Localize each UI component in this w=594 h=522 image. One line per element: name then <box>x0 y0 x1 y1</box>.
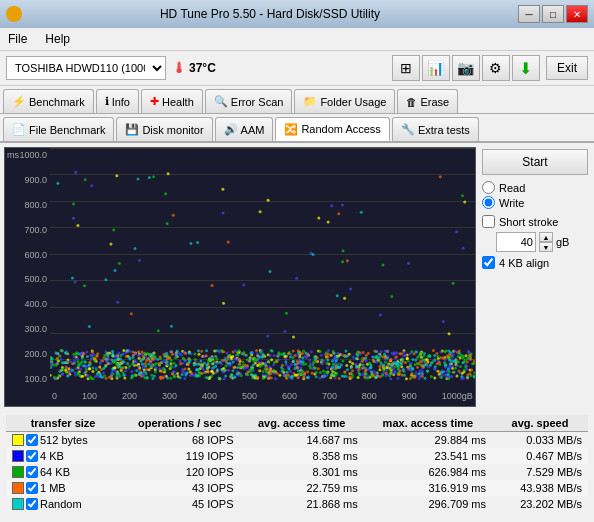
spin-up-button[interactable]: ▲ <box>539 232 553 242</box>
ylabel-200: 200.0 <box>24 349 47 359</box>
svg-point-1246 <box>88 325 91 328</box>
svg-point-1360 <box>449 362 452 365</box>
svg-point-1431 <box>411 358 414 361</box>
svg-point-1112 <box>104 377 107 380</box>
row-max-access-4: 296.709 ms <box>364 496 492 512</box>
svg-point-1315 <box>148 176 151 179</box>
svg-point-722 <box>154 370 157 373</box>
svg-point-1385 <box>344 350 347 353</box>
row-ops-3: 43 IOPS <box>120 480 239 496</box>
menu-file[interactable]: File <box>4 30 31 48</box>
svg-point-1424 <box>258 356 261 359</box>
svg-point-982 <box>128 365 131 368</box>
tab-erase[interactable]: 🗑 Erase <box>397 89 458 113</box>
svg-point-664 <box>117 351 120 354</box>
row-avg-access-4: 21.868 ms <box>240 496 364 512</box>
tab-info[interactable]: ℹ Info <box>96 89 139 113</box>
svg-point-254 <box>91 370 94 373</box>
gb-input[interactable] <box>496 232 536 252</box>
svg-point-1201 <box>133 247 136 250</box>
svg-point-1026 <box>294 354 297 357</box>
icon-btn-2[interactable]: 📊 <box>422 55 450 81</box>
row-checkbox-2[interactable] <box>26 466 38 478</box>
tab-aam[interactable]: 🔊 AAM <box>215 117 274 141</box>
disk-selector[interactable]: TOSHIBA HDWD110 (1000 gB) <box>6 56 166 80</box>
svg-point-992 <box>95 368 98 371</box>
maximize-button[interactable]: □ <box>542 5 564 23</box>
icon-btn-5[interactable]: ⬇ <box>512 55 540 81</box>
svg-point-987 <box>84 178 87 181</box>
svg-point-873 <box>457 355 460 358</box>
tab-file-benchmark[interactable]: 📄 File Benchmark <box>3 117 114 141</box>
svg-point-105 <box>463 200 466 203</box>
kb-align-item[interactable]: 4 KB align <box>482 256 588 269</box>
kb-align-checkbox[interactable] <box>482 256 495 269</box>
svg-point-1296 <box>176 349 179 352</box>
row-checkbox-0[interactable] <box>26 434 38 446</box>
svg-point-859 <box>83 284 86 287</box>
tab-disk-monitor[interactable]: 💾 Disk monitor <box>116 117 212 141</box>
svg-point-140 <box>88 367 91 370</box>
svg-point-1417 <box>336 356 339 359</box>
svg-point-1081 <box>256 376 259 379</box>
radio-read[interactable]: Read <box>482 181 588 194</box>
row-label-0: 512 bytes <box>6 432 120 449</box>
svg-point-1366 <box>444 364 447 367</box>
svg-point-1158 <box>226 356 229 359</box>
svg-point-824 <box>157 329 160 332</box>
svg-point-1339 <box>165 352 168 355</box>
svg-point-1412 <box>350 366 353 369</box>
svg-point-1319 <box>197 349 200 352</box>
svg-point-1021 <box>285 377 288 380</box>
row-avg-speed-2: 7.529 MB/s <box>492 464 588 480</box>
row-avg-access-3: 22.759 ms <box>240 480 364 496</box>
short-stroke-item[interactable]: Short stroke <box>482 215 588 228</box>
menu-help[interactable]: Help <box>41 30 74 48</box>
svg-point-906 <box>112 229 115 232</box>
svg-point-678 <box>456 364 459 367</box>
row-checkbox-4[interactable] <box>26 498 38 510</box>
color-box-2 <box>12 466 24 478</box>
svg-point-1436 <box>128 356 131 359</box>
svg-point-884 <box>418 354 421 357</box>
radio-write[interactable]: Write <box>482 196 588 209</box>
tab-error-scan[interactable]: 🔍 Error Scan <box>205 89 293 113</box>
svg-point-230 <box>448 332 451 335</box>
svg-point-1380 <box>61 361 64 364</box>
start-button[interactable]: Start <box>482 149 588 175</box>
tab-folder-usage[interactable]: 📁 Folder Usage <box>294 89 395 113</box>
svg-point-1275 <box>411 368 414 371</box>
row-checkbox-1[interactable] <box>26 450 38 462</box>
svg-point-758 <box>174 356 177 359</box>
tab-random-access[interactable]: 🔀 Random Access <box>275 117 389 141</box>
spin-down-button[interactable]: ▼ <box>539 242 553 252</box>
svg-point-1237 <box>466 376 469 379</box>
svg-point-826 <box>461 194 464 197</box>
icon-btn-3[interactable]: 📷 <box>452 55 480 81</box>
tab-health[interactable]: ✚ Health <box>141 89 203 113</box>
exit-button[interactable]: Exit <box>546 56 588 80</box>
write-radio[interactable] <box>482 196 495 209</box>
tab-extra-tests[interactable]: 🔧 Extra tests <box>392 117 479 141</box>
svg-point-250 <box>327 220 330 223</box>
row-avg-access-0: 14.687 ms <box>240 432 364 449</box>
row-checkbox-3[interactable] <box>26 482 38 494</box>
tab-info-label: Info <box>112 96 130 108</box>
svg-point-1215 <box>236 366 239 369</box>
svg-point-1321 <box>104 365 107 368</box>
minimize-button[interactable]: ─ <box>518 5 540 23</box>
icon-btn-4[interactable]: ⚙ <box>482 55 510 81</box>
table-row: Random 45 IOPS 21.868 ms 296.709 ms 23.2… <box>6 496 588 512</box>
svg-point-1276 <box>313 355 316 358</box>
svg-point-1326 <box>64 351 67 354</box>
svg-point-1448 <box>193 363 196 366</box>
tab-benchmark[interactable]: ⚡ Benchmark <box>3 89 94 113</box>
svg-point-438 <box>85 351 88 354</box>
svg-point-699 <box>365 360 368 363</box>
short-stroke-checkbox[interactable] <box>482 215 495 228</box>
read-radio[interactable] <box>482 181 495 194</box>
close-button[interactable]: ✕ <box>566 5 588 23</box>
icon-btn-1[interactable]: ⊞ <box>392 55 420 81</box>
svg-point-752 <box>390 367 393 370</box>
svg-point-620 <box>387 364 390 367</box>
